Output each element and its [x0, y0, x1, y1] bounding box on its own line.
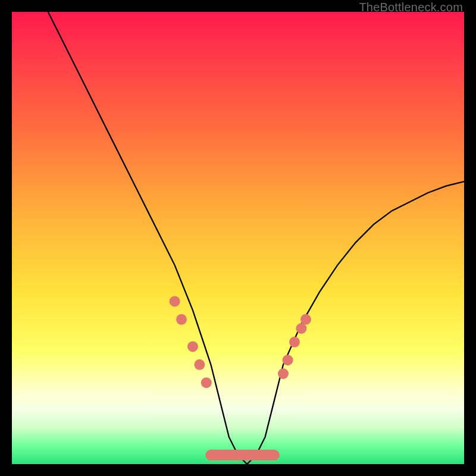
left-dot-4 [194, 359, 205, 370]
left-dot-3 [187, 341, 198, 352]
right-dot-1 [278, 368, 289, 379]
curve-layer [48, 12, 464, 464]
bottleneck-curve-path [48, 12, 464, 464]
left-dot-1 [170, 296, 180, 306]
plot-area [12, 12, 464, 464]
left-dot-2 [176, 314, 187, 325]
right-dot-2 [283, 355, 293, 365]
marker-layer [170, 296, 311, 388]
right-dot-3 [289, 337, 300, 347]
chart-svg [12, 12, 464, 464]
watermark-text: TheBottleneck.com [359, 1, 463, 14]
chart-frame: TheBottleneck.com [0, 0, 476, 476]
right-dot-5 [300, 314, 311, 325]
left-dot-5 [201, 377, 212, 388]
